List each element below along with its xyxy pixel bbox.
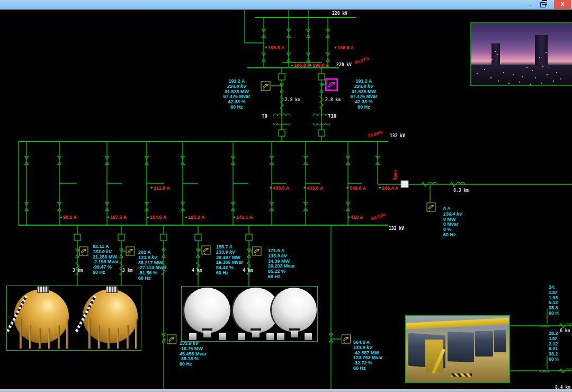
meter-icon-selected[interactable]: [325, 78, 338, 94]
meter-icon[interactable]: [261, 81, 271, 93]
line-length-label: 3 km: [73, 268, 83, 273]
measurement-block: 155.7 A133.9 kV30.497 MW19.365 Mvar84.42…: [216, 245, 250, 276]
current-flow-label: ▼246.4 A: [378, 185, 398, 191]
arrow-up-icon: ▲: [347, 215, 351, 219]
measurement-block: 191.2 A224.8 kV31.528 MW67.476 Mvar42.33…: [347, 79, 380, 110]
current-flow-label: ▲98.2 A: [59, 215, 77, 220]
gold-sphere-tank: [83, 289, 138, 343]
measurement-block: 133.9 kV-18.75 MW45.458 Mvar-38.13 %60 H…: [180, 341, 213, 367]
arrow-down-icon: ▼: [346, 186, 350, 190]
white-tank: [271, 288, 317, 332]
refinery-photo[interactable]: [470, 22, 572, 86]
current-flow-label: ▲410 A: [347, 215, 363, 220]
title-bar: – X: [0, 0, 572, 10]
current-flow-label: ▼403.5 A: [269, 185, 289, 191]
measurement-block: 171.9 A133.9 kV34.39 MW20.203 Mvar85.22 …: [268, 248, 302, 280]
measurement-block: 92.11 A133.9 kV21.253 MW-2.193 Mvar-99.4…: [93, 244, 127, 275]
crane-beam: [406, 318, 509, 329]
meter-icon[interactable]: [341, 334, 351, 346]
refinery-base: [471, 65, 572, 85]
arrow-up-icon: ▲: [106, 215, 110, 219]
bus-voltage-label: 220 kV: [336, 63, 352, 67]
meter-icon[interactable]: [252, 246, 262, 258]
measurement-block: 564.8 A133.9 kV-42.857 MW123.793 Mvar-32…: [353, 340, 390, 371]
cylinder-tanks-box: [181, 286, 318, 342]
transformer-label: T9: [262, 113, 267, 119]
current-flow-label: ▲141.1 A: [233, 215, 253, 220]
breaker-box-icon[interactable]: [246, 234, 252, 240]
current-flow-label: ▲126.2 A: [184, 215, 204, 220]
arrow-up-icon: ▲: [233, 215, 236, 219]
open-status-label: Open: [393, 170, 398, 180]
scada-oneline-window: – X: [0, 0, 572, 392]
machine-block: [494, 330, 506, 352]
meter-icon[interactable]: [166, 334, 177, 346]
sphere-hatch: [106, 286, 118, 293]
restore-icon: [540, 2, 546, 7]
machine-block: [448, 332, 474, 362]
current-flow-label: ▼196.8 A: [264, 45, 284, 50]
close-button[interactable]: X: [554, 0, 571, 9]
gold-sphere-tank: [14, 289, 69, 343]
breaker-box-icon[interactable]: [279, 130, 285, 136]
measurement-block: 202 A133.9 kV38.217 MW-27.113 Mvar-81.56…: [138, 250, 173, 281]
hazard-stripe: [451, 373, 472, 377]
arrow-down-icon: ▼: [378, 186, 382, 190]
breaker-box-icon[interactable]: [160, 234, 167, 240]
transformer-label: T10: [328, 113, 336, 119]
arrow-down-icon: ▼: [150, 186, 154, 190]
current-flow-label: ▼196.8 A: [334, 45, 354, 50]
measurement-block: 0 A130.4 kV0 MW0 Mvar0 %60 Hz: [443, 207, 475, 238]
breaker-box-icon[interactable]: [279, 74, 285, 80]
current-flow-label: ▼549.6 A: [346, 185, 366, 191]
measurement-block: 24.1301.935.1235.360 H: [549, 285, 572, 316]
arrow-down-icon: ▼: [303, 186, 307, 190]
restore-button[interactable]: [537, 0, 549, 10]
window-bottom-border: [0, 389, 572, 392]
plant-interior-photo[interactable]: [405, 315, 510, 383]
breaker-box-icon[interactable]: [74, 234, 81, 240]
arrow-down-icon: ▼: [264, 46, 268, 49]
meter-icon[interactable]: [79, 246, 88, 258]
breaker-box-icon[interactable]: [195, 234, 201, 240]
sphere-tanks-box: [6, 286, 141, 351]
sphere-hatch: [37, 286, 49, 293]
minimize-button[interactable]: –: [524, 0, 536, 10]
current-flow-label: ▲197.5 A: [106, 215, 127, 220]
arrow-up-icon: ▲: [146, 215, 150, 219]
machine-block: [475, 331, 493, 357]
current-flow-label: ▲196.8 A: [290, 63, 310, 68]
line-length-label: 2.8 km: [325, 97, 341, 102]
current-flow-label: ▼211.6 A: [150, 185, 170, 191]
bus-voltage-label: 132 kV: [389, 226, 404, 231]
arrow-up-icon: ▲: [309, 63, 312, 67]
current-flow-label: ▼403.5 A: [303, 185, 323, 191]
breaker-box-icon[interactable]: [318, 130, 325, 136]
breaker-box-icon[interactable]: [318, 74, 325, 80]
arrow-down-icon: ▼: [269, 186, 273, 190]
white-tank: [184, 288, 230, 333]
current-flow-label: ▲196.8 A: [309, 63, 329, 68]
arrow-up-icon: ▲: [184, 215, 188, 219]
meter-icon[interactable]: [126, 246, 135, 258]
bus-voltage-label: 132 kV: [390, 133, 405, 138]
breaker-box-icon[interactable]: [118, 234, 124, 240]
line-length-label: 2.8 km: [285, 97, 300, 102]
arrow-up-icon: ▲: [59, 215, 63, 219]
measurement-block: 28.21302.126.0133.260 H: [549, 331, 572, 362]
current-flow-label: ▲154.6 A: [146, 215, 166, 220]
line-length-label: 4 km: [192, 268, 202, 273]
meter-icon[interactable]: [201, 245, 211, 257]
open-switch-icon[interactable]: [401, 181, 408, 188]
refinery-lights: [495, 51, 496, 52]
meter-icon[interactable]: [426, 202, 436, 214]
line-length-label: 8.3 km: [453, 188, 469, 193]
measurement-block: 191.2 A224.8 kV31.528 MW67.476 Mvar42.33…: [220, 79, 253, 110]
arrow-up-icon: ▲: [290, 63, 294, 67]
arrow-down-icon: ▼: [334, 46, 337, 49]
bus-voltage-label: 220 kV: [332, 11, 347, 16]
